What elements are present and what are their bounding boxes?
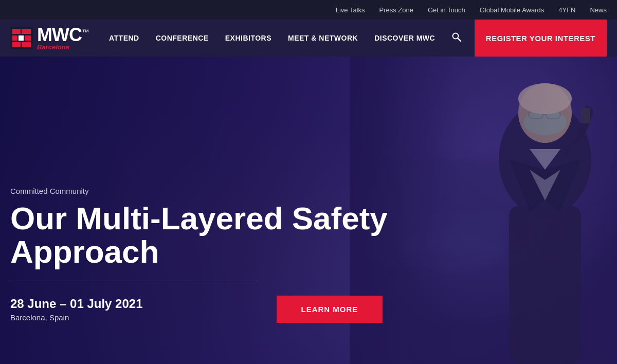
logo-area[interactable]: MWC™ Barcelona <box>10 26 88 51</box>
gsma-logo <box>10 27 33 49</box>
topbar-global-mobile-awards[interactable]: Global Mobile Awards <box>480 6 545 14</box>
hero-title-line2: Approach <box>10 234 159 269</box>
topbar-get-in-touch[interactable]: Get in Touch <box>428 6 465 14</box>
search-icon[interactable] <box>451 32 462 45</box>
committed-community-label: Committed Community <box>10 187 411 195</box>
event-date: 28 June – 01 July 2021 <box>10 297 143 311</box>
hero-title-line1: Our Multi-Layered Safety <box>10 201 388 236</box>
event-location: Barcelona, Spain <box>10 313 143 322</box>
svg-rect-3 <box>12 35 17 41</box>
mwc-logo: MWC™ Barcelona <box>10 26 88 51</box>
svg-rect-6 <box>12 42 21 47</box>
event-date-block: 28 June – 01 July 2021 Barcelona, Spain <box>10 297 143 322</box>
hero-bottom-row: 28 June – 01 July 2021 Barcelona, Spain … <box>10 296 411 323</box>
nav-conference[interactable]: CONFERENCE <box>156 34 209 42</box>
hero-title: Our Multi-Layered Safety Approach <box>10 202 411 268</box>
svg-rect-2 <box>22 29 31 34</box>
svg-line-9 <box>458 38 461 41</box>
topbar-4yfn[interactable]: 4YFN <box>558 6 575 14</box>
main-navigation: MWC™ Barcelona ATTEND CONFERENCE EXHIBIT… <box>0 20 617 57</box>
top-utility-bar: Live Talks Press Zone Get in Touch Globa… <box>0 0 617 20</box>
svg-rect-4 <box>19 35 24 41</box>
hero-section: Committed Community Our Multi-Layered Sa… <box>0 57 617 364</box>
topbar-news[interactable]: News <box>590 6 607 14</box>
learn-more-button[interactable]: LEARN MORE <box>277 296 383 323</box>
mwc-title-block: MWC™ Barcelona <box>37 26 88 51</box>
svg-rect-1 <box>12 29 21 34</box>
register-interest-button[interactable]: REGISTER YOUR INTEREST <box>475 20 607 57</box>
topbar-press-zone[interactable]: Press Zone <box>379 6 413 14</box>
nav-links: ATTEND CONFERENCE EXHIBITORS MEET & NETW… <box>109 32 475 45</box>
hero-content: Committed Community Our Multi-Layered Sa… <box>0 187 422 323</box>
nav-attend[interactable]: ATTEND <box>109 34 139 42</box>
mwc-wordmark: MWC™ <box>37 24 88 45</box>
topbar-live-talks[interactable]: Live Talks <box>336 6 365 14</box>
svg-rect-7 <box>22 42 31 47</box>
nav-meet-network[interactable]: MEET & NETWORK <box>288 34 358 42</box>
svg-rect-5 <box>25 35 31 41</box>
hero-divider <box>10 281 257 281</box>
nav-discover-mwc[interactable]: DISCOVER MWC <box>374 34 435 42</box>
trademark-symbol: ™ <box>82 28 88 36</box>
nav-exhibitors[interactable]: EXHIBITORS <box>225 34 271 42</box>
